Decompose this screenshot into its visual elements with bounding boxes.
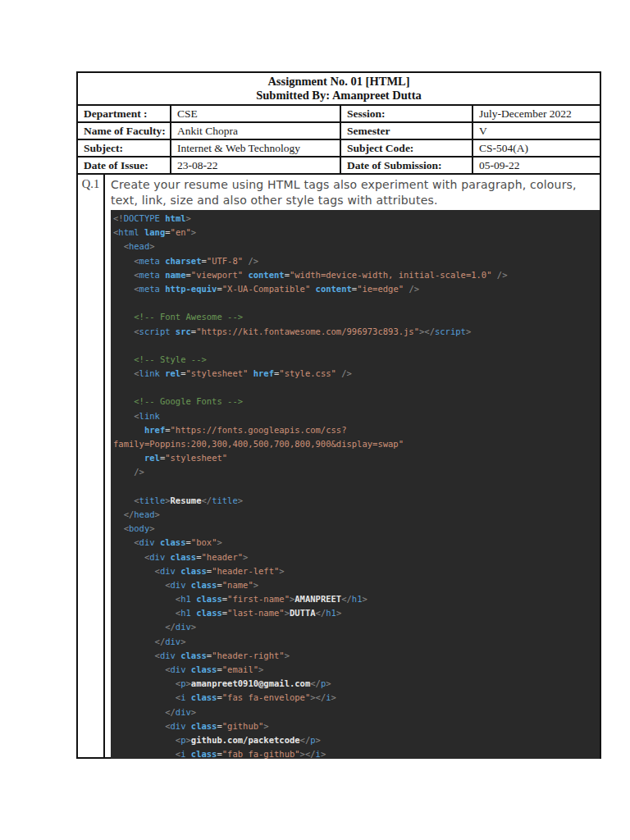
question-text: Create your resume using HTML tags also … bbox=[111, 177, 596, 208]
code-line: <meta charset="UTF-8" /> bbox=[113, 254, 600, 268]
document-page: Assignment No. 01 [HTML] Submitted By: A… bbox=[0, 0, 630, 840]
code-line: <p>github.com/packetcode</p> bbox=[113, 733, 600, 747]
code-line bbox=[113, 296, 600, 310]
question-number: Q.1 bbox=[78, 175, 105, 759]
code-line: family=Poppins:200,300,400,500,700,800,9… bbox=[113, 437, 600, 451]
assignment-title-line1: Assignment No. 01 [HTML] bbox=[78, 75, 600, 89]
code-editor: <!DOCTYPE html><html lang="en"> <head> <… bbox=[111, 210, 600, 759]
code-line: <div class="email"> bbox=[113, 663, 600, 677]
info-value: Internet & Web Technology bbox=[171, 140, 341, 156]
code-line: <h1 class="first-name">AMANPREET</h1> bbox=[113, 592, 600, 606]
table-row-dates: Date of Issue: 23-08-22 Date of Submissi… bbox=[78, 158, 600, 175]
info-label: Session: bbox=[341, 106, 473, 121]
table-row-subject: Subject: Internet & Web Technology Subje… bbox=[78, 140, 600, 158]
code-line: <head> bbox=[113, 240, 600, 253]
code-line: <link bbox=[113, 409, 600, 423]
code-line bbox=[113, 480, 600, 494]
info-value: Ankit Chopra bbox=[171, 123, 341, 139]
code-line: <script src="https://kit.fontawesome.com… bbox=[113, 325, 600, 339]
info-label: Name of Faculty: bbox=[78, 123, 171, 139]
assignment-title-line2: Submitted By: Amanpreet Dutta bbox=[78, 89, 600, 103]
code-line: <!-- Google Fonts --> bbox=[113, 395, 600, 409]
code-line: <i class="fab fa-github"></i> bbox=[113, 747, 600, 759]
question-row: Q.1 Create your resume using HTML tags a… bbox=[78, 175, 600, 759]
code-line: <body> bbox=[113, 522, 600, 536]
code-line: <!DOCTYPE html> bbox=[113, 212, 600, 226]
code-line: <h1 class="last-name">DUTTA</h1> bbox=[113, 606, 600, 620]
code-line: <!-- Font Awesome --> bbox=[113, 310, 600, 324]
code-line: </div> bbox=[113, 620, 600, 634]
assignment-title: Assignment No. 01 [HTML] Submitted By: A… bbox=[78, 73, 600, 106]
code-line: <div class="header-right"> bbox=[113, 649, 600, 663]
info-value: 23-08-22 bbox=[171, 158, 341, 173]
code-line: </head> bbox=[113, 508, 600, 522]
code-line: <div class="name"> bbox=[113, 578, 600, 592]
code-line: <i class="fas fa-envelope"></i> bbox=[113, 691, 600, 705]
info-value: V bbox=[473, 123, 600, 139]
info-value: July-December 2022 bbox=[473, 106, 600, 121]
code-line bbox=[113, 381, 600, 395]
code-line: <link rel="stylesheet" href="style.css" … bbox=[113, 367, 600, 381]
info-label: Date of Issue: bbox=[78, 158, 171, 173]
question-body: Create your resume using HTML tags also … bbox=[105, 175, 600, 759]
assignment-header-table: Assignment No. 01 [HTML] Submitted By: A… bbox=[76, 71, 601, 759]
code-line bbox=[113, 339, 600, 353]
info-label: Subject: bbox=[78, 140, 171, 156]
info-label: Semester bbox=[341, 123, 473, 139]
info-label: Subject Code: bbox=[341, 140, 473, 156]
code-line: </div> bbox=[113, 635, 600, 649]
code-line: <html lang="en"> bbox=[113, 226, 600, 240]
info-value: 05-09-22 bbox=[473, 158, 600, 173]
code-line: <title>Resume</title> bbox=[113, 494, 600, 508]
info-value: CSE bbox=[171, 106, 341, 121]
code-line: <div class="box"> bbox=[113, 536, 600, 550]
info-label: Date of Submission: bbox=[341, 158, 473, 173]
info-label: Department : bbox=[78, 106, 171, 121]
code-line: <div class="header-left"> bbox=[113, 564, 600, 578]
table-row-department: Department : CSE Session: July-December … bbox=[78, 106, 600, 123]
code-line: </div> bbox=[113, 705, 600, 719]
code-line: href="https://fonts.googleapis.com/css? bbox=[113, 423, 600, 437]
code-line: <!-- Style --> bbox=[113, 353, 600, 367]
code-line: <div class="github"> bbox=[113, 719, 600, 733]
info-value: CS-504(A) bbox=[473, 140, 600, 156]
code-line: <meta http-equiv="X-UA-Compatible" conte… bbox=[113, 282, 600, 296]
code-line: <meta name="viewport" content="width=dev… bbox=[113, 268, 600, 282]
code-line: <div class="header"> bbox=[113, 550, 600, 564]
table-row-faculty: Name of Faculty: Ankit Chopra Semester V bbox=[78, 123, 600, 140]
code-line: <p>amanpreet0910@gmail.com</p> bbox=[113, 677, 600, 691]
code-line: rel="stylesheet" bbox=[113, 451, 600, 465]
code-line: /> bbox=[113, 465, 600, 479]
